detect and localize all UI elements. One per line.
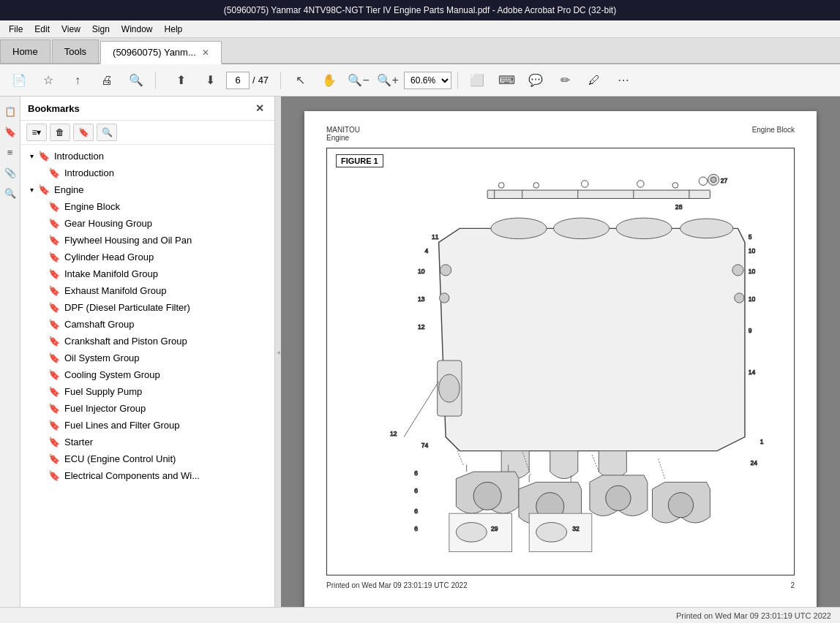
bookmark-label: Fuel Injector Group: [64, 403, 146, 414]
bookmark-icon: 🔖: [48, 302, 60, 313]
bookmark-label: DPF (Diesel Particulate Filter): [64, 302, 190, 313]
tab-tools[interactable]: Tools: [52, 39, 99, 63]
attach-icon-btn[interactable]: 📎: [1, 164, 19, 181]
close-bookmarks-btn[interactable]: ✕: [252, 101, 267, 116]
svg-text:5: 5: [749, 233, 752, 241]
menu-file[interactable]: File: [3, 23, 29, 36]
search-icon-btn[interactable]: 🔍: [1, 184, 19, 202]
svg-text:29: 29: [491, 525, 498, 532]
bookmark-item[interactable]: 🔖Fuel Injector Group: [20, 400, 274, 417]
bookmark-label: Crankshaft and Piston Group: [64, 336, 187, 347]
sep3: [457, 72, 458, 89]
bookmark-item[interactable]: 🔖DPF (Diesel Particulate Filter): [20, 299, 274, 316]
more-tools-btn[interactable]: ⋯: [610, 69, 637, 92]
layers-icon-btn[interactable]: ≡: [1, 143, 19, 161]
menu-help[interactable]: Help: [159, 23, 189, 36]
svg-text:6: 6: [414, 469, 418, 477]
tab-home[interactable]: Home: [0, 39, 50, 63]
bookmark-item[interactable]: 🔖Engine Block: [20, 198, 274, 215]
page-number-input[interactable]: [226, 72, 250, 89]
bookmark-item[interactable]: 🔖Introduction: [20, 165, 274, 181]
bookmark-item[interactable]: 🔖Oil System Group: [20, 350, 274, 366]
svg-text:10: 10: [749, 295, 756, 303]
bookmark-item[interactable]: ▾🔖Engine: [20, 181, 274, 198]
main-area: 📋 🔖 ≡ 📎 🔍 Bookmarks ✕ ≡▾ 🗑 🔖 🔍 ▾🔖Introdu…: [0, 97, 840, 607]
bookmark-label: Electrical Components and Wi...: [64, 470, 200, 481]
bookmark-item[interactable]: 🔖Cylinder Head Group: [20, 249, 274, 265]
pdf-footer-text: Printed on Wed Mar 09 23:01:19 UTC 2022: [326, 581, 468, 589]
bookmark-item[interactable]: 🔖Flywheel Housing and Oil Pan: [20, 232, 274, 249]
bookmarks-icon-btn active[interactable]: 🔖: [1, 123, 19, 140]
marquee-zoom-btn[interactable]: ⬜: [464, 69, 490, 92]
svg-point-22: [440, 293, 449, 303]
svg-text:14: 14: [749, 369, 756, 376]
bookmark-label: Engine Block: [64, 201, 120, 212]
svg-text:24: 24: [751, 459, 758, 467]
bookmark-item[interactable]: 🔖Fuel Lines and Filter Group: [20, 417, 274, 434]
pages-icon-btn[interactable]: 📋: [1, 102, 19, 120]
bookmark-item[interactable]: 🔖Gear Housing Group: [20, 215, 274, 232]
bookmark-item[interactable]: ▾🔖Introduction: [20, 148, 274, 165]
zoom-select[interactable]: 60.6% 50% 75% 100% 125% 150%: [404, 72, 451, 89]
bookmark-item[interactable]: 🔖Camshaft Group: [20, 316, 274, 333]
tab-close-icon[interactable]: ✕: [202, 48, 209, 58]
bookmark-label: Cylinder Head Group: [64, 252, 154, 263]
expand-icon[interactable]: ▾: [26, 151, 37, 162]
next-page-btn[interactable]: ⬇: [197, 69, 223, 92]
page-separator: /: [252, 75, 255, 86]
total-pages: 47: [258, 75, 269, 86]
highlight-btn[interactable]: ✏: [552, 69, 578, 92]
comment-btn[interactable]: 💬: [522, 69, 549, 92]
share-btn[interactable]: ↑: [64, 69, 91, 92]
bookmark-icon: 🔖: [48, 268, 60, 279]
new-btn[interactable]: 📄: [6, 69, 32, 92]
bookmark-label: Engine: [54, 184, 83, 195]
bm-new-btn[interactable]: 🔖: [73, 124, 94, 141]
bookmark-item[interactable]: 🔖Exhaust Manifold Group: [20, 282, 274, 299]
bookmarks-panel: Bookmarks ✕ ≡▾ 🗑 🔖 🔍 ▾🔖Introduction🔖Intr…: [20, 97, 275, 607]
bookmark-item[interactable]: 🔖Starter: [20, 434, 274, 450]
svg-point-50: [606, 486, 631, 510]
bookmark-item[interactable]: 🔖Cooling System Group: [20, 366, 274, 383]
zoom-in-btn[interactable]: 🔍+: [375, 69, 401, 92]
menu-edit[interactable]: Edit: [29, 23, 56, 36]
expand-icon[interactable]: ▾: [26, 185, 37, 195]
prev-page-btn[interactable]: ⬆: [168, 69, 194, 92]
print-btn[interactable]: 🖨: [94, 69, 120, 92]
zoom-out-btn[interactable]: 🔍−: [345, 69, 372, 92]
menu-sign[interactable]: Sign: [86, 23, 116, 36]
svg-point-18: [616, 218, 672, 239]
resize-handle[interactable]: ◂: [275, 97, 281, 607]
svg-point-21: [732, 265, 743, 276]
bookmark-icon: 🔖: [38, 151, 50, 162]
bm-delete-btn[interactable]: 🗑: [50, 124, 70, 141]
cursor-tool-btn[interactable]: ↖: [287, 69, 313, 92]
bm-find-btn[interactable]: 🔍: [97, 124, 117, 141]
pdf-area[interactable]: MANITOU Engine Engine Block FIGURE 1: [281, 97, 840, 607]
svg-line-55: [658, 458, 665, 479]
pdf-figure-box: FIGURE 1: [326, 148, 795, 575]
bookmark-item[interactable]: 🔖Crankshaft and Piston Group: [20, 333, 274, 350]
stamp-btn[interactable]: 🖊: [581, 69, 607, 92]
bookmarks-list[interactable]: ▾🔖Introduction🔖Introduction▾🔖Engine🔖Engi…: [20, 145, 274, 607]
bookmark-label: Starter: [64, 437, 93, 448]
bm-options-btn[interactable]: ≡▾: [26, 124, 47, 141]
bookmark-btn[interactable]: ☆: [35, 69, 61, 92]
bookmark-icon: 🔖: [48, 386, 60, 397]
hand-tool-btn[interactable]: ✋: [316, 69, 342, 92]
bookmarks-header: Bookmarks ✕: [20, 97, 274, 121]
tab-document-label: (50960075) Yanm...: [113, 47, 196, 58]
bookmark-item[interactable]: 🔖Fuel Supply Pump: [20, 383, 274, 400]
find-btn[interactable]: 🔍: [123, 69, 149, 92]
svg-text:6: 6: [414, 507, 418, 515]
touch-reading-btn[interactable]: ⌨: [493, 69, 520, 92]
menu-view[interactable]: View: [56, 23, 86, 36]
svg-point-11: [699, 177, 707, 185]
menu-window[interactable]: Window: [116, 23, 159, 36]
bookmark-item[interactable]: 🔖Intake Manifold Group: [20, 265, 274, 282]
bookmark-item[interactable]: 🔖ECU (Engine Control Unit): [20, 450, 274, 467]
bookmark-item[interactable]: 🔖Electrical Components and Wi...: [20, 467, 274, 484]
svg-point-23: [735, 293, 744, 303]
tab-document[interactable]: (50960075) Yanm... ✕: [100, 41, 222, 64]
svg-point-17: [553, 218, 609, 239]
